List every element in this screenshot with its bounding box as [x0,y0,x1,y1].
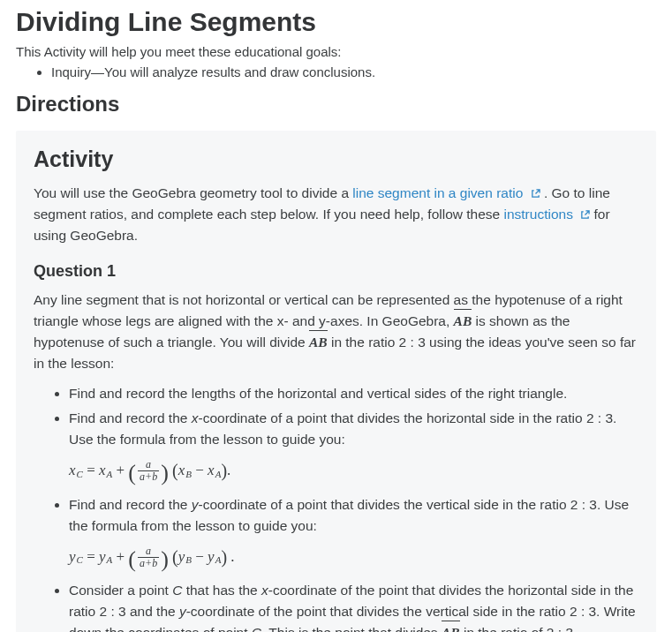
step-item: Consider a point C that has the x-coordi… [69,580,638,632]
step-text: Find and record the [69,497,192,512]
activity-heading: Activity [34,147,638,172]
line-segment-link[interactable]: line segment in a given ratio [352,185,544,200]
step-item: Find and record the y-coordinate of a po… [69,494,638,569]
steps-list: Find and record the lengths of the horiz… [34,383,638,632]
intro-text-1: You will use the GeoGebra geometry tool … [34,185,352,200]
goals-list: Inquiry—You will analyze results and dra… [16,64,656,79]
question-paragraph: Any line segment that is not horizontal … [34,290,638,374]
activity-box: Activity You will use the GeoGebra geome… [16,131,656,632]
link-label: line segment in a given ratio [352,185,523,200]
step-text: in the ratio of 2 : 3. [460,625,578,632]
var-x: x [261,583,268,598]
external-link-icon [531,189,540,199]
step-item: Find and record the lengths of the horiz… [69,383,638,404]
step-item: Find and record the x-coordinate of a po… [69,408,638,483]
step-text: Consider a point [69,583,172,598]
var-c: C [172,583,182,598]
step-text: that has the [182,583,261,598]
link-label: instructions [504,207,573,222]
formula-y: yC = yA + (aa+b) (yB − yA) . [69,545,638,569]
var-c: C [252,625,261,632]
lead-text: This Activity will help you meet these e… [16,44,656,59]
page-title: Dividing Line Segments [16,7,656,37]
segment-ab: AB [454,311,472,332]
step-text: Find and record the [69,410,192,425]
goal-item: Inquiry—You will analyze results and dra… [51,64,656,79]
external-link-icon [580,210,590,220]
segment-ab: AB [442,622,460,632]
step-text: . This is the point that divides [261,625,442,632]
segment-ab: AB [309,332,328,353]
directions-heading: Directions [16,92,656,117]
instructions-link[interactable]: instructions [504,207,594,222]
question-heading: Question 1 [34,262,638,281]
formula-x: xC = xA + (aa+b) (xB − xA). [69,459,638,483]
var-y: y [179,604,186,619]
activity-intro: You will use the GeoGebra geometry tool … [34,183,638,246]
